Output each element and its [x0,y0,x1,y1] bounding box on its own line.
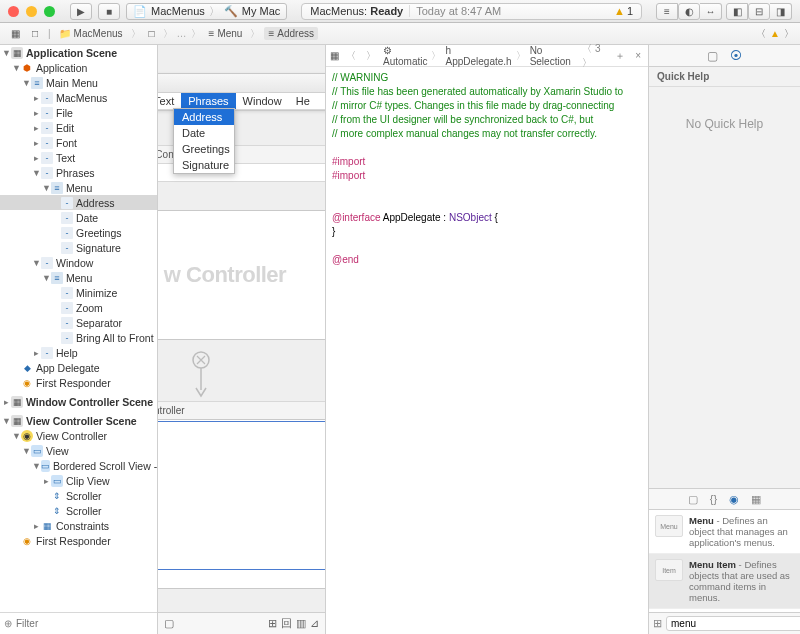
window-minimize[interactable] [26,6,37,17]
outline-file[interactable]: File [56,107,73,119]
segue-arrow[interactable] [188,350,214,398]
outline-app-scene[interactable]: Application Scene [26,47,117,59]
toggle-utilities[interactable]: ◨ [770,3,792,20]
activity-view: MacMenus: Ready Today at 8:47 AM ▲1 [301,3,642,20]
lib-tab-1[interactable]: ▢ [688,493,698,506]
outline-app-delegate[interactable]: App Delegate [36,362,100,374]
crumb-file[interactable]: h AppDelegate.h [445,45,511,67]
outline-first-responder2[interactable]: First Responder [36,535,111,547]
outline-edit[interactable]: Edit [56,122,74,134]
outline-scroller1[interactable]: Scroller [66,490,102,502]
outline-zoom[interactable]: Zoom [76,302,103,314]
filter-icon: ⊕ [4,618,12,629]
outline-view[interactable]: View [46,445,69,457]
utilities-panel: ▢ ⦿ Quick Help No Quick Help ▢ {} ◉ ▦ Me… [649,45,800,634]
window-close[interactable] [8,6,19,17]
outline-text[interactable]: Text [56,152,75,164]
nav-tab-2[interactable]: □ [26,28,44,39]
dd-date[interactable]: Date [174,125,234,141]
add-editor[interactable]: ＋ [612,49,628,63]
toggle-debug[interactable]: ⊟ [748,3,770,20]
menu-help[interactable]: He [289,93,317,109]
insp-tab-file[interactable]: ▢ [707,49,718,63]
menu-phrases[interactable]: Phrases [181,93,235,109]
target-name: My Mac [242,5,281,17]
phrases-dropdown: Address Date Greetings Signature [173,108,235,174]
crumb-project[interactable]: 📁MacMenus [55,27,127,40]
crumb-automatic[interactable]: ⚙ Automatic [383,45,427,67]
outline-date[interactable]: Date [76,212,98,224]
outline-toggle-icon[interactable]: ▢ [164,617,174,630]
close-editor[interactable]: × [632,50,644,61]
outline-macmenus[interactable]: MacMenus [56,92,107,104]
editor-version[interactable]: ↔ [700,3,722,20]
outline-clip[interactable]: Clip View [66,475,110,487]
crumb-address[interactable]: ≡ Address [264,27,318,40]
scheme-selector[interactable]: 📄 MacMenus 〉 🔨 My Mac [126,3,287,20]
outline-separator[interactable]: Separator [76,317,122,329]
menu-text[interactable]: Text [158,93,181,109]
nav-back[interactable]: 〈 [756,27,766,41]
outline-menu2[interactable]: Menu [66,272,92,284]
ib-footer: ▢ ⊞ 回 ▥ ⊿ [158,612,325,634]
crumb-menu[interactable]: ≡ Menu [205,27,247,40]
outline-greetings[interactable]: Greetings [76,227,122,239]
run-button[interactable]: ▶ [70,3,92,20]
ib-tool-1[interactable]: ⊞ [268,617,277,630]
lib-view-icon[interactable]: ⊞ [653,617,662,630]
nav-fwd[interactable]: 〉 [784,27,794,41]
outline-signature[interactable]: Signature [76,242,121,254]
dd-address[interactable]: Address [174,109,234,125]
ib-window[interactable]: Font Text Phrases Window He [158,73,325,111]
lib-tab-2[interactable]: {} [710,493,717,505]
window-content[interactable]: w Controller [158,210,325,340]
outline-window[interactable]: Window [56,257,93,269]
editor-assistant[interactable]: ◐ [678,3,700,20]
window-zoom[interactable] [44,6,55,17]
library-item[interactable]: ItemMenu Item - Defines objects that are… [649,554,800,609]
dd-greetings[interactable]: Greetings [174,141,234,157]
warn-icon[interactable]: ▲ [770,28,780,39]
lib-tab-4[interactable]: ▦ [751,493,761,506]
insp-tab-help[interactable]: ⦿ [730,49,742,63]
related-icon[interactable]: ▦ [330,50,339,61]
outline-phrases[interactable]: Phrases [56,167,95,179]
ed-fwd[interactable]: 〉 [363,49,379,63]
outline-vc-scene[interactable]: View Controller Scene [26,415,137,427]
ib-tool-4[interactable]: ⊿ [310,617,319,630]
code-area[interactable]: // WARNING// This file has been generate… [326,67,648,271]
outline-constraints[interactable]: Constraints [56,520,109,532]
ib-tool-3[interactable]: ▥ [296,617,306,630]
library-tabs: ▢ {} ◉ ▦ [649,488,800,510]
outline-view-controller[interactable]: View Controller [36,430,107,442]
outline-scroller2[interactable]: Scroller [66,505,102,517]
crumb-folder[interactable]: □ [145,27,159,40]
toggle-navigator[interactable]: ◧ [726,3,748,20]
crumb-selection[interactable]: No Selection [530,45,572,67]
outline-bring-all[interactable]: Bring All to Front [76,332,154,344]
dd-signature[interactable]: Signature [174,157,234,173]
menu-window[interactable]: Window [236,93,289,109]
outline-minimize[interactable]: Minimize [76,287,117,299]
filter-input[interactable] [16,618,153,629]
library-filter-input[interactable] [666,616,800,631]
view-controller-label[interactable]: View Controller [158,401,325,420]
outline-wc-scene[interactable]: Window Controller Scene [26,396,153,408]
view-controller-view[interactable] [158,419,325,589]
nav-tab-1[interactable]: ▦ [6,28,24,39]
ed-back[interactable]: 〈 [343,49,359,63]
outline-main-menu[interactable]: Main Menu [46,77,98,89]
editor-standard[interactable]: ≡ [656,3,678,20]
outline-bordered[interactable]: Bordered Scroll View - Text... [53,460,157,472]
ib-tool-2[interactable]: 回 [281,616,292,631]
outline-menu[interactable]: Menu [66,182,92,194]
stop-button[interactable]: ■ [98,3,120,20]
outline-font[interactable]: Font [56,137,77,149]
lib-tab-objects[interactable]: ◉ [729,493,739,506]
outline-application[interactable]: Application [36,62,87,74]
outline-address[interactable]: Address [76,197,115,209]
outline-first-responder[interactable]: First Responder [36,377,111,389]
warning-indicator[interactable]: ▲1 [614,5,633,17]
library-item[interactable]: MenuMenu - Defines an object that manage… [649,510,800,554]
outline-help[interactable]: Help [56,347,78,359]
